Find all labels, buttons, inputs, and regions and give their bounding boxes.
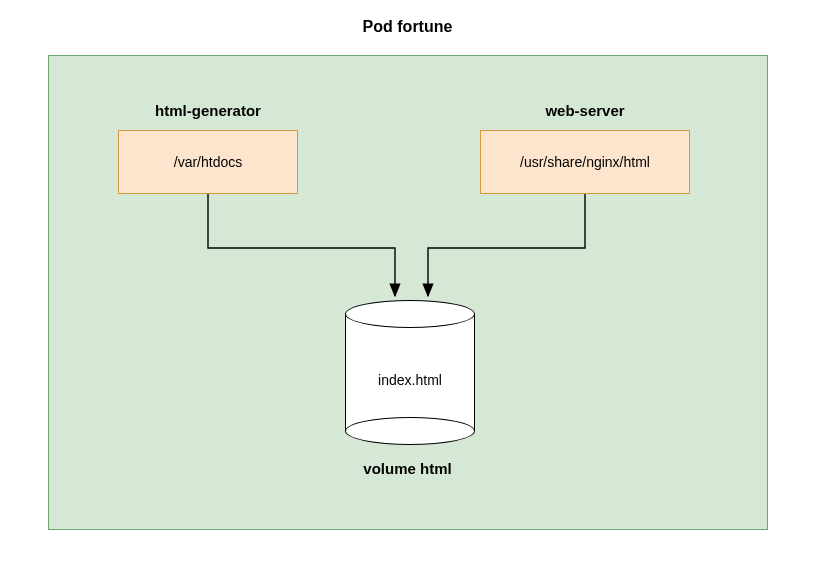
cylinder-top [345, 300, 475, 328]
web-server-mount-path: /usr/share/nginx/html [520, 154, 650, 170]
html-generator-label: html-generator [118, 102, 298, 119]
pod-container-box [48, 55, 768, 530]
volume-cylinder: index.html [345, 300, 475, 445]
pod-title: Pod fortune [0, 18, 815, 36]
web-server-mount-box: /usr/share/nginx/html [480, 130, 690, 194]
html-generator-mount-path: /var/htdocs [174, 154, 242, 170]
web-server-label: web-server [480, 102, 690, 119]
volume-name-label: volume html [0, 460, 815, 477]
html-generator-mount-box: /var/htdocs [118, 130, 298, 194]
volume-file-label: index.html [345, 372, 475, 388]
cylinder-bottom [345, 417, 475, 445]
